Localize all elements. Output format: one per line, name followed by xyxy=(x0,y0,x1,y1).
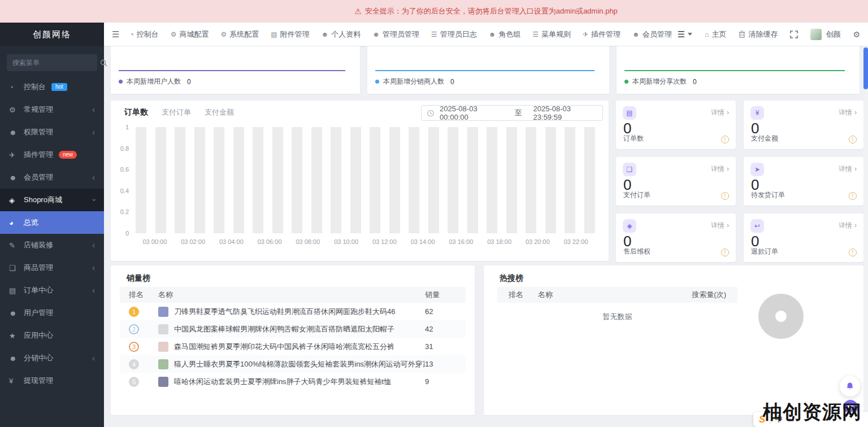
product-thumbnail xyxy=(158,359,168,369)
tabs-dropdown[interactable]: ☰ xyxy=(678,29,692,40)
donut-chart xyxy=(758,294,804,339)
info-icon[interactable]: ! xyxy=(849,249,857,256)
user-icon: ☻ xyxy=(9,309,21,317)
chart-bar xyxy=(584,127,595,233)
sales-rank-row[interactable]: 4猫人男士睡衣男夏季100%纯棉薄款圆领套头短袖套装男ins潮休闲运动可外穿家居… xyxy=(120,355,466,373)
chart-bar xyxy=(467,127,478,233)
info-icon[interactable]: ! xyxy=(849,192,857,200)
sales-value: 9 xyxy=(425,377,457,386)
detail-link[interactable]: 详情› xyxy=(711,108,729,117)
chart-tab-支付订单[interactable]: 支付订单 xyxy=(162,107,191,117)
sidebar-item-用户管理[interactable]: ☻用户管理 xyxy=(0,302,104,324)
sales-rank-header: 排名名称销量 xyxy=(120,287,466,303)
topnav-item-插件管理[interactable]: ✈插件管理 xyxy=(583,29,620,40)
chart-tab-订单数[interactable]: 订单数 xyxy=(124,107,148,117)
product-name-cell[interactable]: 嘻哈休闲运动套装男士夏季潮牌ins胖子大码青少年男装短裤短袖t恤 xyxy=(158,377,425,387)
brand-title[interactable]: 创颜网络 xyxy=(0,23,104,46)
fullscreen-icon[interactable] xyxy=(790,30,798,38)
stat-label: 支付订单 xyxy=(623,190,650,200)
chart-bar xyxy=(487,127,497,233)
chart-bar xyxy=(350,127,361,233)
topnav-item-管理员管理[interactable]: ☻管理员管理 xyxy=(372,29,419,40)
chevron-left-icon: ‹ xyxy=(92,105,95,114)
detail-link[interactable]: 详情› xyxy=(839,221,857,230)
info-icon[interactable]: ! xyxy=(721,136,729,143)
chevron-right-icon: › xyxy=(727,165,729,173)
chevron-right-icon: › xyxy=(727,108,729,116)
sidebar-item-应用中心[interactable]: ★应用中心 xyxy=(0,324,104,347)
shield-icon: ◈ xyxy=(9,196,21,204)
topnav-item-附件管理[interactable]: ▤附件管理 xyxy=(271,29,309,40)
sidebar-item-总览[interactable]: ◕总览 xyxy=(0,211,104,234)
sidebar-item-label: 控制台 xyxy=(24,82,46,92)
sidebar-item-商品管理[interactable]: ❑商品管理‹ xyxy=(0,256,104,279)
home-link[interactable]: ⌂ 主页 xyxy=(705,29,726,40)
x-tick-label: 03 04:00 xyxy=(212,238,251,245)
info-icon[interactable]: ! xyxy=(721,192,729,200)
chevron-left-icon: ‹ xyxy=(92,241,95,250)
sales-rank-row[interactable]: 3森马国潮短裤男夏季潮印花大码中国风裤子休闲嘻哈潮流宽松五分裤31 xyxy=(120,338,466,355)
menu-toggle-icon[interactable]: ☰ xyxy=(112,29,119,40)
settings-gear-icon[interactable]: ⚙ xyxy=(853,30,860,39)
product-name-cell[interactable]: 中国风龙图案棒球帽男潮牌休闲鸭舌帽女潮流百搭防晒遮阳太阳帽子 xyxy=(158,324,425,334)
dashboard-icon: ◔ xyxy=(9,83,21,91)
sidebar-item-提现管理[interactable]: ¥提现管理 xyxy=(0,369,104,392)
sidebar-item-店铺装修[interactable]: ✎店铺装修‹ xyxy=(0,234,104,256)
chart-tabs: 订单数支付订单支付金额 xyxy=(124,107,234,117)
scrollbar-thumb[interactable] xyxy=(863,47,868,89)
product-thumbnail xyxy=(158,342,168,352)
column-header: 销量 xyxy=(425,290,457,300)
mini-cards-row: 本周新增用户人数0本周新增分销商人数0本周新增分享次数0 xyxy=(111,46,860,94)
sidebar-item-label: 权限管理 xyxy=(24,127,53,137)
sidebar-item-label: 总览 xyxy=(24,217,38,228)
sales-rank-row[interactable]: 2中国风龙图案棒球帽男潮牌休闲鸭舌帽女潮流百搭防晒遮阳太阳帽子42 xyxy=(120,320,466,338)
sidebar-item-权限管理[interactable]: ☻权限管理‹ xyxy=(0,121,104,143)
topnav-item-控制台[interactable]: ◔控制台 xyxy=(129,29,158,40)
clear-cache-link[interactable]: 清除缓存 xyxy=(739,29,778,40)
sales-rank-row[interactable]: 1刀锋男鞋夏季透气防臭飞织运动鞋男潮流百搭休闲网面跑步鞋大码4662 xyxy=(120,303,466,320)
product-name-cell[interactable]: 猫人男士睡衣男夏季100%纯棉薄款圆领套头短袖套装男ins潮休闲运动可外穿家居服 xyxy=(158,359,425,369)
product-name-cell[interactable]: 刀锋男鞋夏季透气防臭飞织运动鞋男潮流百搭休闲网面跑步鞋大码46 xyxy=(158,307,425,317)
detail-link[interactable]: 详情› xyxy=(839,164,857,174)
stat-label: 退款订单 xyxy=(751,247,778,256)
topnav-item-会员管理[interactable]: ☻会员管理 xyxy=(632,29,672,40)
sidebar-item-分销中心[interactable]: ☻分销中心‹ xyxy=(0,347,104,369)
sidebar-item-控制台[interactable]: ◔控制台hot xyxy=(0,76,104,98)
sidebar-item-订单中心[interactable]: ▤订单中心‹ xyxy=(0,279,104,302)
sidebar-item-插件管理[interactable]: ✈插件管理new xyxy=(0,143,104,166)
topnav-item-个人资料[interactable]: ☻个人资料 xyxy=(322,29,361,40)
date-range-picker[interactable]: 2025-08-03 00:00:00 至 2025-08-03 23:59:5… xyxy=(421,105,603,121)
detail-link[interactable]: 详情› xyxy=(839,108,857,117)
stat-card-售后维权: ◈详情›0售后维权! xyxy=(616,213,736,262)
shipping-icon: ➤ xyxy=(750,163,764,176)
chevron-left-icon: ‹ xyxy=(92,128,95,137)
aftersale-icon: ◈ xyxy=(623,219,636,233)
sidebar-item-会员管理[interactable]: ☻会员管理‹ xyxy=(0,166,104,189)
legend-dot xyxy=(624,80,628,84)
paid-order-icon: ❑ xyxy=(623,163,636,176)
topnav-item-系统配置[interactable]: ⚙系统配置 xyxy=(220,29,259,40)
chart-tab-支付金额[interactable]: 支付金额 xyxy=(205,107,234,117)
topnav-item-菜单规则[interactable]: ☰菜单规则 xyxy=(532,29,571,40)
detail-link[interactable]: 详情› xyxy=(711,164,729,174)
info-icon[interactable]: ! xyxy=(721,249,729,256)
product-name-cell[interactable]: 森马国潮短裤男夏季潮印花大码中国风裤子休闲嘻哈潮流宽松五分裤 xyxy=(158,342,425,352)
sidebar-item-Shopro商城[interactable]: ◈Shopro商城‹ xyxy=(0,189,104,211)
search-input[interactable] xyxy=(12,59,100,67)
user-menu[interactable]: 创颜 xyxy=(810,29,840,40)
sidebar-item-常规管理[interactable]: ⚙常规管理‹ xyxy=(0,98,104,121)
topnav-item-角色组[interactable]: ☻角色组 xyxy=(489,29,521,40)
topnav-item-管理员日志[interactable]: ☰管理员日志 xyxy=(431,29,477,40)
chart-bar xyxy=(175,127,185,233)
hot-search-header: 排名名称搜索量(次) xyxy=(497,287,737,303)
y-tick-label: 0.2 xyxy=(111,208,129,215)
mini-stat-legend: 本周新增分销商人数0 xyxy=(375,77,454,86)
rank-medal-icon: 2 xyxy=(129,324,139,334)
detail-link[interactable]: 详情› xyxy=(711,221,729,230)
sales-rank-row[interactable]: 5嘻哈休闲运动套装男士夏季潮牌ins胖子大码青少年男装短裤短袖t恤9 xyxy=(120,373,466,390)
sales-value: 42 xyxy=(425,325,457,333)
topnav-item-商城配置[interactable]: ⚙商城配置 xyxy=(171,29,209,40)
notification-bell-button[interactable] xyxy=(840,376,860,396)
rocket-icon: ✈ xyxy=(9,151,21,159)
info-icon[interactable]: ! xyxy=(849,136,857,143)
